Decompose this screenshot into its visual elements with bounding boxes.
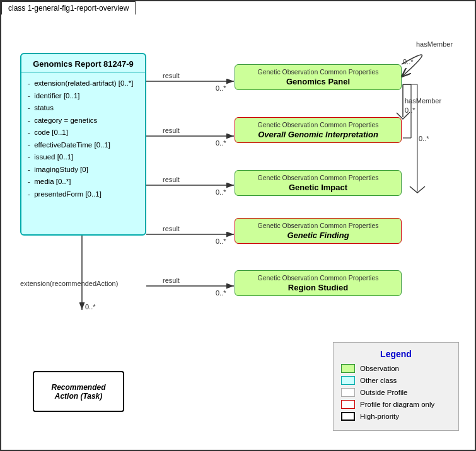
svg-text:0..*: 0..* bbox=[405, 106, 415, 114]
svg-text:0..*: 0..* bbox=[216, 237, 226, 245]
swatch-outside-profile bbox=[341, 388, 355, 397]
obs-subtitle-finding: Genetic Observation Common Properties bbox=[240, 222, 396, 229]
svg-text:result: result bbox=[163, 176, 180, 183]
obs-box-genomics-panel: Genetic Observation Common Properties Ge… bbox=[235, 64, 402, 90]
obs-maintitle-region: Region Studied bbox=[240, 283, 396, 292]
obs-maintitle-impact: Genetic Impact bbox=[240, 183, 396, 192]
legend-item-high-priority: High-priority bbox=[341, 412, 451, 421]
obs-box-genetic-impact: Genetic Observation Common Properties Ge… bbox=[235, 170, 402, 196]
report-item-3: - status bbox=[28, 102, 139, 115]
report-item-5: - code [0..1] bbox=[28, 127, 139, 139]
report-item-7: - issued [0..1] bbox=[28, 151, 139, 164]
obs-box-overall-genomic: Genetic Observation Common Properties Ov… bbox=[235, 117, 402, 143]
svg-text:0..*: 0..* bbox=[216, 84, 226, 92]
legend-item-profile-diagram: Profile for diagram only bbox=[341, 400, 451, 409]
obs-maintitle-finding: Genetic Finding bbox=[240, 231, 396, 240]
report-item-8: - imagingStudy [0] bbox=[28, 164, 139, 176]
svg-text:result: result bbox=[163, 277, 180, 284]
obs-subtitle-genomics-panel: Genetic Observation Common Properties bbox=[240, 68, 396, 76]
report-item-10: - presentedForm [0..1] bbox=[28, 188, 139, 201]
report-item-6: - effectiveDateTime [0..1] bbox=[28, 139, 139, 152]
legend-label-observation: Observation bbox=[360, 365, 399, 372]
report-item-4: - category = genetics bbox=[28, 115, 139, 127]
action-box-label: RecommendedAction (Task) bbox=[51, 383, 105, 401]
svg-text:0..*: 0..* bbox=[216, 289, 226, 297]
obs-maintitle-overall: Overall Genomic Interpretation bbox=[240, 130, 396, 139]
svg-text:result: result bbox=[163, 225, 180, 232]
obs-subtitle-region: Genetic Observation Common Properties bbox=[240, 274, 396, 282]
svg-text:hasMember: hasMember bbox=[405, 97, 441, 105]
svg-text:hasMember: hasMember bbox=[416, 40, 453, 48]
swatch-other-class bbox=[341, 376, 355, 385]
svg-text:result: result bbox=[163, 72, 180, 79]
legend-item-observation: Observation bbox=[341, 364, 451, 373]
legend-label-outside-profile: Outside Profile bbox=[360, 389, 407, 396]
legend-item-other-class: Other class bbox=[341, 376, 451, 385]
swatch-high-priority bbox=[341, 412, 355, 421]
legend-label-other-class: Other class bbox=[360, 377, 397, 384]
obs-subtitle-overall: Genetic Observation Common Properties bbox=[240, 121, 396, 128]
report-box: Genomics Report 81247-9 - extension(rela… bbox=[20, 53, 146, 236]
svg-text:0..*: 0..* bbox=[403, 58, 414, 66]
svg-text:extension(recommendedAction): extension(recommendedAction) bbox=[20, 280, 118, 287]
diagram-container: class 1-general-fig1-report-overview Gen… bbox=[0, 0, 476, 451]
obs-maintitle-genomics-panel: Genomics Panel bbox=[240, 77, 396, 86]
legend-box: Legend Observation Other class Outside P… bbox=[333, 342, 459, 431]
svg-text:0..*: 0..* bbox=[216, 139, 226, 147]
legend-item-outside-profile: Outside Profile bbox=[341, 388, 451, 397]
svg-text:0..*: 0..* bbox=[216, 188, 226, 196]
diagram-area: Genomics Report 81247-9 - extension(rela… bbox=[1, 15, 475, 450]
report-item-1: - extension(related-artifact) [0..*] bbox=[28, 77, 139, 90]
report-box-header: Genomics Report 81247-9 bbox=[21, 54, 145, 72]
action-box: RecommendedAction (Task) bbox=[33, 371, 124, 412]
svg-text:0..*: 0..* bbox=[419, 135, 429, 142]
legend-title: Legend bbox=[341, 349, 451, 359]
svg-text:0..*: 0..* bbox=[85, 303, 96, 311]
swatch-observation bbox=[341, 364, 355, 373]
legend-label-profile-diagram: Profile for diagram only bbox=[360, 401, 434, 408]
obs-box-genetic-finding: Genetic Observation Common Properties Ge… bbox=[235, 218, 402, 244]
report-item-9: - media [0..*] bbox=[28, 176, 139, 188]
legend-label-high-priority: High-priority bbox=[360, 413, 399, 420]
diagram-title: class 1-general-fig1-report-overview bbox=[1, 1, 136, 14]
swatch-profile-diagram bbox=[341, 400, 355, 409]
obs-box-region-studied: Genetic Observation Common Properties Re… bbox=[235, 270, 402, 296]
report-item-2: - identifier [0..1] bbox=[28, 90, 139, 103]
obs-subtitle-impact: Genetic Observation Common Properties bbox=[240, 174, 396, 181]
report-box-body: - extension(related-artifact) [0..*] - i… bbox=[21, 72, 145, 205]
svg-text:result: result bbox=[163, 127, 180, 134]
